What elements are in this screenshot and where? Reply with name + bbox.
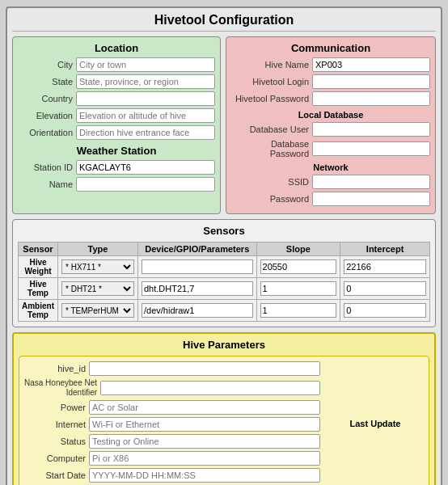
power-row: Power <box>24 400 320 415</box>
sensor-cell: HiveWeight <box>19 256 58 278</box>
device-cell <box>138 256 257 278</box>
hive-parameters-left: hive_id Nasa Honeybee NetIdentifier Powe… <box>24 361 320 485</box>
type-cell: * DHT21 * <box>58 278 138 300</box>
top-panels: Location City State Country Elevation Or… <box>12 36 436 214</box>
status-row: Status <box>24 434 320 449</box>
type-cell: * HX711 * <box>58 256 138 278</box>
slope-input[interactable] <box>260 259 337 274</box>
power-input[interactable] <box>89 400 320 415</box>
hive-id-input[interactable] <box>89 361 320 376</box>
location-title: Location <box>18 42 215 54</box>
status-input[interactable] <box>89 434 320 449</box>
hivetool-login-input[interactable] <box>312 74 430 89</box>
nasa-input[interactable] <box>100 381 320 395</box>
col-device: Device/GPIO/Parameters <box>138 242 257 256</box>
db-password-row: Database Password <box>231 139 430 158</box>
slope-cell <box>256 300 340 322</box>
ssid-input[interactable] <box>312 175 430 189</box>
power-label: Power <box>24 403 89 412</box>
network-password-input[interactable] <box>312 192 430 206</box>
hivetool-password-label: Hivetool Password <box>231 94 312 103</box>
start-date-label: Start Date <box>24 470 89 480</box>
station-name-label: Name <box>18 179 76 189</box>
orientation-label: Orientation <box>18 128 76 137</box>
intercept-input[interactable] <box>344 303 426 318</box>
col-slope: Slope <box>256 242 340 256</box>
db-user-input[interactable] <box>312 122 430 137</box>
device-input[interactable] <box>142 281 253 296</box>
hive-name-row: Hive Name <box>231 57 430 72</box>
sensor-cell: AmbientTemp <box>19 300 58 322</box>
device-cell <box>138 300 257 322</box>
slope-input[interactable] <box>260 303 337 318</box>
weather-station-title: Weather Station <box>18 145 215 157</box>
sensor-label: HiveWeight <box>22 258 54 276</box>
hive-parameters-title: Hive Parameters <box>19 339 429 351</box>
sensor-cell: HiveTemp <box>19 278 58 300</box>
hivetool-login-label: Hivetool Login <box>231 77 312 86</box>
status-label: Status <box>24 436 89 446</box>
station-name-input[interactable] <box>76 177 215 192</box>
page-title: Hivetool Configuration <box>12 13 436 32</box>
sensors-section: Sensors Sensor Type Device/GPIO/Paramete… <box>12 219 436 327</box>
type-select[interactable]: * TEMPerHUM * <box>61 303 134 318</box>
city-label: City <box>18 60 76 70</box>
start-date-input[interactable] <box>89 468 320 483</box>
internet-input[interactable] <box>89 417 320 432</box>
computer-input[interactable] <box>89 451 320 466</box>
sensor-label: HiveTemp <box>22 280 54 297</box>
local-db-title: Local Database <box>231 110 430 120</box>
table-row: HiveTemp* DHT21 * <box>19 278 430 300</box>
sensors-table: Sensor Type Device/GPIO/Parameters Slope… <box>18 242 430 322</box>
station-name-row: Name <box>18 177 215 192</box>
hivetool-password-input[interactable] <box>312 91 430 106</box>
nasa-row: Nasa Honeybee NetIdentifier <box>24 378 320 398</box>
device-input[interactable] <box>142 259 253 274</box>
intercept-cell <box>340 278 430 300</box>
station-id-label: Station ID <box>18 162 76 172</box>
hive-name-label: Hive Name <box>231 60 312 70</box>
type-cell: * TEMPerHUM * <box>58 300 138 322</box>
type-select[interactable]: * HX711 * <box>61 259 134 274</box>
db-password-label: Database Password <box>231 139 312 158</box>
location-panel: Location City State Country Elevation Or… <box>12 36 221 214</box>
start-date-row: Start Date <box>24 468 320 483</box>
city-row: City <box>18 57 215 72</box>
hive-name-input[interactable] <box>312 57 430 72</box>
table-row: AmbientTemp* TEMPerHUM * <box>19 300 430 322</box>
db-user-label: Database User <box>231 124 312 134</box>
intercept-input[interactable] <box>344 259 426 274</box>
elevation-input[interactable] <box>76 108 215 123</box>
state-label: State <box>18 77 76 86</box>
device-cell <box>138 278 257 300</box>
ssid-label: SSID <box>231 177 312 187</box>
communication-panel: Communication Hive Name Hivetool Login H… <box>226 36 436 214</box>
network-password-label: Password <box>231 194 312 204</box>
country-input[interactable] <box>76 91 215 106</box>
device-input[interactable] <box>142 303 253 318</box>
col-type: Type <box>58 242 138 256</box>
slope-input[interactable] <box>260 281 337 296</box>
intercept-input[interactable] <box>344 281 426 296</box>
orientation-input[interactable] <box>76 125 215 140</box>
elevation-label: Elevation <box>18 111 76 120</box>
internet-row: Internet <box>24 417 320 432</box>
db-password-input[interactable] <box>312 141 430 156</box>
type-select[interactable]: * DHT21 * <box>61 281 134 296</box>
state-row: State <box>18 74 215 89</box>
internet-label: Internet <box>24 420 89 429</box>
state-input[interactable] <box>76 74 215 89</box>
city-input[interactable] <box>76 57 215 72</box>
nasa-label: Nasa Honeybee NetIdentifier <box>24 378 100 398</box>
ssid-row: SSID <box>231 175 430 189</box>
hivetool-password-row: Hivetool Password <box>231 91 430 106</box>
hive-parameters-section: Hive Parameters hive_id Nasa Honeybee Ne… <box>12 332 436 485</box>
network-title: Network <box>231 162 430 172</box>
station-id-input[interactable] <box>76 160 215 175</box>
station-id-row: Station ID <box>18 160 215 175</box>
db-user-row: Database User <box>231 122 430 137</box>
sensor-label: AmbientTemp <box>22 302 54 319</box>
hive-id-label: hive_id <box>24 364 89 373</box>
table-row: HiveWeight* HX711 * <box>19 256 430 278</box>
hive-id-row: hive_id <box>24 361 320 376</box>
